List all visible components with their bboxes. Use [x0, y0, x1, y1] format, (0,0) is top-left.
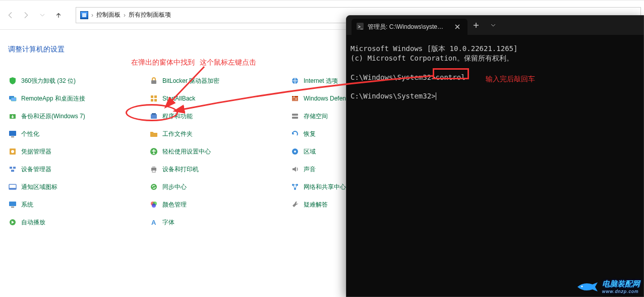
svg-rect-20: [151, 114, 157, 119]
device-manager-icon: [8, 165, 17, 174]
chevron-right-icon: ›: [124, 12, 126, 19]
tab-dropdown-button[interactable]: [485, 16, 502, 35]
svg-rect-15: [151, 80, 156, 84]
svg-rect-19: [154, 99, 157, 102]
item-label: 轻松使用设置中心: [162, 147, 211, 156]
cp-item-ease-of-access[interactable]: 轻松使用设置中心: [148, 145, 259, 158]
terminal-titlebar[interactable]: >_ 管理员: C:\Windows\system32: [346, 16, 643, 35]
cp-item-sync-center[interactable]: 同步中心: [148, 180, 259, 193]
svg-point-27: [151, 184, 157, 190]
sync-icon: [149, 182, 158, 191]
cmd-icon: >_: [357, 23, 364, 31]
cursor-icon: [436, 92, 436, 100]
network-icon: [290, 182, 300, 191]
watermark-text: 电脑装配网: [602, 279, 640, 289]
item-label: 设备管理器: [21, 165, 51, 174]
cp-item-color-management[interactable]: 颜色管理: [148, 198, 259, 211]
svg-rect-9: [11, 170, 14, 172]
item-label: 360强力卸载 (32 位): [21, 77, 76, 85]
lock-icon: [149, 76, 158, 85]
new-tab-button[interactable]: [467, 16, 485, 35]
font-icon: A: [149, 218, 158, 227]
safe-icon: [8, 147, 17, 156]
speaker-icon: [290, 165, 300, 174]
svg-rect-34: [292, 114, 298, 116]
svg-rect-8: [13, 167, 16, 169]
cp-item-credentials[interactable]: 凭据管理器: [7, 145, 118, 158]
cp-item-system[interactable]: 系统: [7, 198, 118, 211]
svg-point-37: [294, 151, 296, 153]
cp-item-work-folders[interactable]: 工作文件夹: [148, 127, 259, 140]
svg-rect-25: [152, 166, 155, 168]
item-label: 系统: [21, 201, 33, 209]
item-label: Internet 选项: [304, 77, 338, 85]
svg-rect-13: [11, 207, 14, 208]
terminal-tab[interactable]: >_ 管理员: C:\Windows\system32: [352, 19, 467, 35]
annotation-text: 在弹出的窗体中找到 这个鼠标左键点击: [131, 58, 256, 67]
accessibility-icon: [149, 147, 158, 156]
cp-item-startallback[interactable]: StartAllBack: [148, 92, 259, 105]
fish-icon: [575, 281, 600, 292]
svg-rect-11: [9, 188, 16, 189]
nav-back-button[interactable]: [3, 8, 17, 22]
term-command: control: [436, 73, 465, 81]
item-label: BitLocker 驱动器加密: [162, 77, 219, 85]
svg-point-43: [581, 285, 583, 287]
items-column: 360强力卸载 (32 位) RemoteApp 和桌面连接 备份和还原(Win…: [7, 74, 118, 233]
remote-icon: [8, 94, 17, 103]
taskbar-icon: [8, 182, 17, 191]
cp-item-device-manager[interactable]: 设备管理器: [7, 163, 118, 176]
svg-point-6: [11, 150, 14, 153]
cp-item-notification-area[interactable]: 通知区域图标: [7, 180, 118, 193]
svg-rect-1: [11, 97, 16, 101]
cp-item-autoplay[interactable]: 自动播放: [7, 216, 118, 229]
svg-rect-7: [10, 167, 12, 169]
folder-icon: [149, 129, 158, 138]
svg-text:>_: >_: [358, 24, 363, 29]
tab-close-button[interactable]: [452, 22, 462, 32]
cp-item-programs-features[interactable]: 程序和功能: [148, 110, 259, 123]
svg-rect-18: [151, 99, 153, 102]
chevron-right-icon: ›: [91, 12, 93, 19]
cp-item-backup[interactable]: 备份和还原(Windows 7): [7, 110, 118, 123]
storage-icon: [290, 112, 300, 121]
nav-recent-dropdown[interactable]: [35, 8, 49, 22]
item-label: RemoteApp 和桌面连接: [21, 94, 85, 103]
start-icon: [149, 94, 158, 103]
svg-rect-21: [152, 113, 156, 115]
terminal-output[interactable]: Microsoft Windows [版本 10.0.22621.1265] (…: [346, 35, 643, 296]
svg-point-23: [153, 150, 155, 151]
backup-icon: [8, 112, 17, 121]
system-icon: [8, 200, 17, 209]
item-label: 颜色管理: [162, 201, 187, 209]
item-label: 设备和打印机: [162, 165, 199, 174]
item-label: 字体: [162, 218, 174, 227]
nav-forward-button[interactable]: [19, 8, 33, 22]
term-line: (c) Microsoft Corporation。保留所有权利。: [350, 54, 513, 62]
cp-item-360-uninstall[interactable]: 360强力卸载 (32 位): [7, 74, 118, 87]
programs-icon: [149, 112, 158, 121]
firewall-icon: [290, 94, 300, 103]
svg-point-30: [152, 204, 156, 208]
cp-item-bitlocker[interactable]: BitLocker 驱动器加密: [148, 74, 259, 87]
svg-rect-12: [9, 202, 16, 206]
cp-item-remoteapp[interactable]: RemoteApp 和桌面连接: [7, 92, 118, 105]
breadcrumb[interactable]: 所有控制面板项: [129, 11, 171, 19]
svg-rect-16: [151, 95, 153, 98]
breadcrumb[interactable]: 控制面板: [96, 11, 121, 19]
nav-up-button[interactable]: [51, 8, 66, 22]
cp-item-fonts[interactable]: A字体: [148, 216, 259, 229]
shield-icon: [8, 76, 17, 85]
personalization-icon: [8, 129, 17, 138]
cp-item-devices-printers[interactable]: 设备和打印机: [148, 163, 259, 176]
item-label: 程序和功能: [162, 112, 193, 121]
item-label: 疑难解答: [304, 201, 328, 209]
item-label: 同步中心: [162, 183, 187, 191]
item-label: 声音: [304, 165, 316, 174]
watermark: 电脑装配网 www.dnzp.com: [575, 279, 640, 294]
watermark-sub: www.dnzp.com: [602, 289, 640, 294]
globe-icon: [290, 76, 300, 85]
term-prompt: C:\Windows\System32>: [350, 73, 436, 81]
cp-item-personalization[interactable]: 个性化: [7, 127, 118, 140]
item-label: 恢复: [304, 130, 316, 138]
